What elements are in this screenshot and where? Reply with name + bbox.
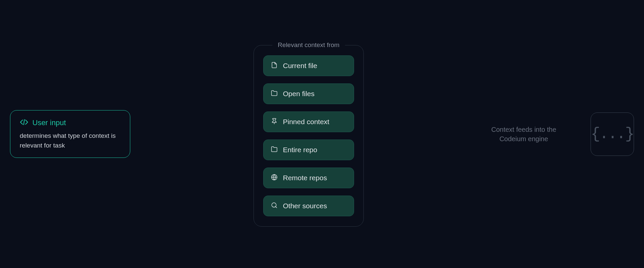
context-item-label: Entire repo	[283, 146, 317, 154]
braces-icon: {...}	[591, 125, 634, 143]
context-item-label: Pinned context	[283, 118, 329, 126]
code-brackets-icon	[20, 118, 28, 128]
context-item-label: Open files	[283, 90, 315, 98]
engine-description: Context feeds into the Codeium engine	[487, 125, 560, 144]
context-item-current-file[interactable]: Current file	[263, 55, 354, 76]
svg-line-0	[24, 119, 24, 124]
context-panel-title: Relevant context from	[273, 41, 345, 49]
folder-icon	[271, 146, 278, 154]
user-input-description: determines what type of context is relev…	[20, 131, 121, 150]
globe-icon	[271, 174, 278, 182]
svg-line-5	[276, 206, 277, 208]
engine-section: Context feeds into the Codeium engine {.…	[487, 112, 634, 156]
folder-icon	[271, 90, 278, 98]
context-item-open-files[interactable]: Open files	[263, 83, 354, 104]
context-item-pinned-context[interactable]: Pinned context	[263, 111, 354, 132]
context-items-list: Current file Open files Pinned context	[263, 55, 354, 216]
user-input-header: User input	[20, 118, 121, 128]
user-input-title: User input	[32, 118, 66, 127]
context-item-label: Current file	[283, 62, 317, 70]
engine-icon-box: {...}	[591, 112, 634, 156]
context-item-other-sources[interactable]: Other sources	[263, 196, 354, 216]
context-item-label: Remote repos	[283, 174, 327, 182]
context-item-label: Other sources	[283, 202, 327, 210]
search-icon	[271, 202, 278, 210]
pin-icon	[271, 118, 278, 126]
context-item-remote-repos[interactable]: Remote repos	[263, 168, 354, 188]
user-input-card: User input determines what type of conte…	[10, 110, 130, 158]
context-item-entire-repo[interactable]: Entire repo	[263, 140, 354, 160]
file-icon	[271, 62, 278, 70]
context-panel: Relevant context from Current file Open …	[254, 45, 364, 227]
